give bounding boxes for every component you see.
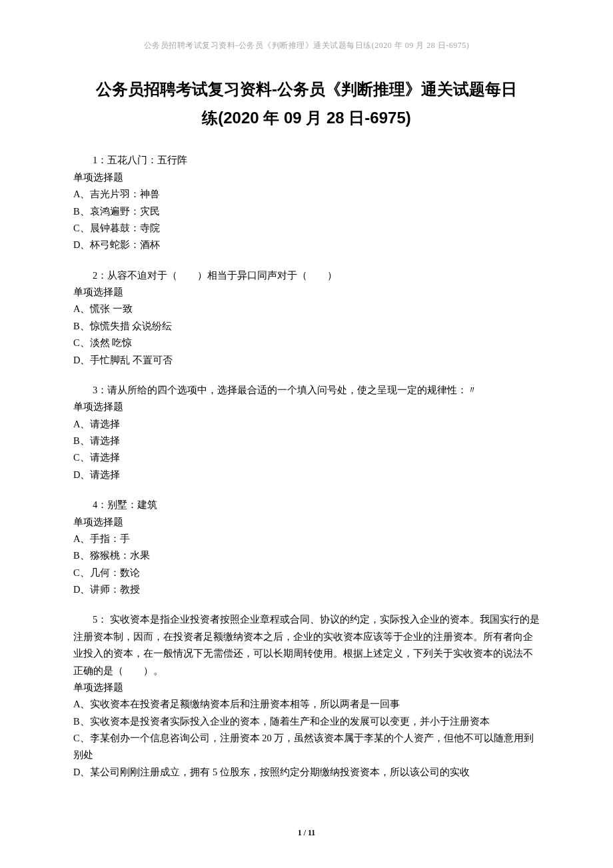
question-type: 单项选择题 xyxy=(73,284,540,301)
option-b: B、实收资本是投资者实际投入企业的资本，随着生产和企业的发展可以变更，并小于注册… xyxy=(73,713,540,730)
question-type: 单项选择题 xyxy=(73,679,540,696)
question-text: 4：别墅：建筑 xyxy=(73,497,540,513)
option-b: B、猕猴桃：水果 xyxy=(73,547,540,564)
option-c: C、请选择 xyxy=(73,449,540,466)
question-text: 2：从容不迫对于（ ）相当于异口同声对于（ ） xyxy=(73,267,540,284)
question-3: 3：请从所给的四个选项中，选择最合适的一个填入问号处，使之呈现一定的规律性：〃 … xyxy=(73,382,540,483)
title-line-1: 公务员招聘考试复习资料-公务员《判断推理》通关试题每日 xyxy=(73,75,540,103)
page-header: 公务员招聘考试复习资料-公务员《判断推理》通关试题每日练(2020 年 09 月… xyxy=(73,40,540,51)
question-1: 1：五花八门：五行阵 单项选择题 A、吉光片羽：神兽 B、哀鸿遍野：灾民 C、晨… xyxy=(73,152,540,253)
option-a: A、吉光片羽：神兽 xyxy=(73,186,540,203)
option-d: D、杯弓蛇影：酒杯 xyxy=(73,237,540,253)
option-d: D、讲师：教授 xyxy=(73,581,540,598)
option-b: B、请选择 xyxy=(73,433,540,449)
title-line-2: 练(2020 年 09 月 28 日-6975) xyxy=(73,103,540,132)
question-type: 单项选择题 xyxy=(73,399,540,415)
question-text: 1：五花八门：五行阵 xyxy=(73,152,540,169)
option-a: A、请选择 xyxy=(73,416,540,433)
option-c: C、晨钟暮鼓：寺院 xyxy=(73,220,540,237)
question-type: 单项选择题 xyxy=(73,169,540,186)
option-c: C、李某创办一个信息咨询公司，注册资本 20 万，虽然该资本属于李某的个人资产，… xyxy=(73,730,540,764)
question-text: 3：请从所给的四个选项中，选择最合适的一个填入问号处，使之呈现一定的规律性：〃 xyxy=(73,382,540,399)
option-c: C、淡然 吃惊 xyxy=(73,335,540,351)
question-5: 5： 实收资本是指企业投资者按照企业章程或合同、协议的约定，实际投入企业的资本。… xyxy=(73,611,540,781)
option-b: B、哀鸿遍野：灾民 xyxy=(73,203,540,220)
question-2: 2：从容不迫对于（ ）相当于异口同声对于（ ） 单项选择题 A、慌张 一致 B、… xyxy=(73,267,540,369)
option-a: A、慌张 一致 xyxy=(73,301,540,317)
question-text: 5： 实收资本是指企业投资者按照企业章程或合同、协议的约定，实际投入企业的资本。… xyxy=(73,611,540,679)
page-footer: 1 / 11 xyxy=(0,828,613,838)
option-a: A、实收资本在投资者足额缴纳资本后和注册资本相等，所以两者是一回事 xyxy=(73,696,540,713)
option-a: A、手指：手 xyxy=(73,531,540,547)
option-d: D、请选择 xyxy=(73,467,540,483)
option-d: D、某公司刚刚注册成立，拥有 5 位股东，按照约定分期缴纳投资资本，所以该公司的… xyxy=(73,764,540,781)
question-4: 4：别墅：建筑 单项选择题 A、手指：手 B、猕猴桃：水果 C、几何：数论 D、… xyxy=(73,497,540,598)
option-c: C、几何：数论 xyxy=(73,565,540,581)
option-d: D、手忙脚乱 不置可否 xyxy=(73,352,540,369)
question-type: 单项选择题 xyxy=(73,514,540,531)
option-b: B、惊慌失措 众说纷纭 xyxy=(73,318,540,335)
document-title: 公务员招聘考试复习资料-公务员《判断推理》通关试题每日 练(2020 年 09 … xyxy=(73,75,540,132)
